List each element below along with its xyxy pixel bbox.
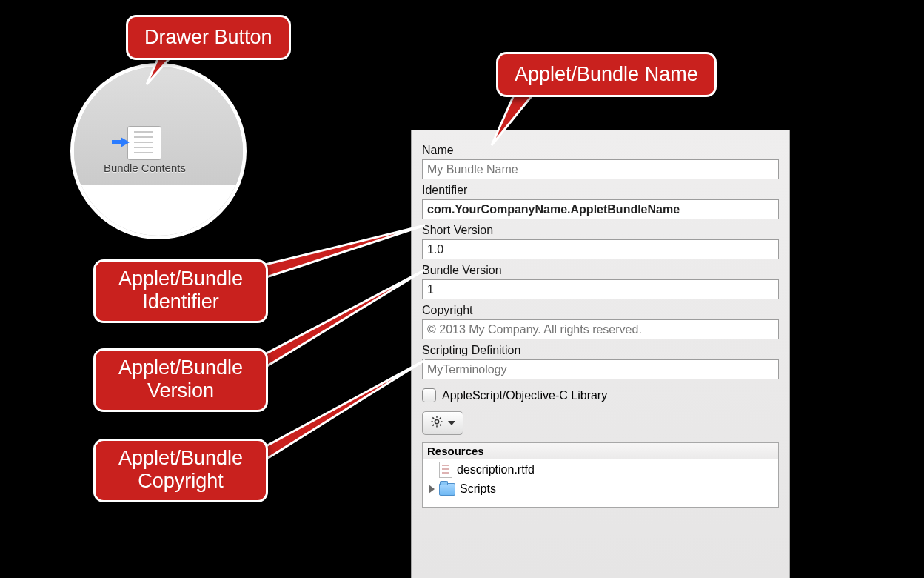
- callout-version: Applet/Bundle Version: [93, 348, 268, 412]
- bundle-version-label: Bundle Version: [422, 264, 779, 277]
- callout-text: Applet/Bundle Copyright: [118, 447, 243, 492]
- sdef-field[interactable]: [422, 359, 779, 379]
- callout-text: Applet/Bundle Identifier: [118, 268, 243, 313]
- callout-drawer: Drawer Button: [126, 15, 291, 60]
- folder-icon: [439, 483, 455, 496]
- file-icon: [439, 462, 452, 478]
- name-field[interactable]: [422, 159, 779, 179]
- bundle-contents-label: Bundle Contents: [104, 162, 186, 174]
- tree-item-label: description.rtfd: [457, 463, 535, 476]
- name-label: Name: [422, 144, 779, 157]
- gear-icon: [430, 415, 443, 431]
- svg-marker-13: [262, 360, 425, 462]
- asoc-library-label: AppleScript/Objective-C Library: [442, 389, 607, 402]
- sdef-label: Scripting Definition: [422, 344, 779, 357]
- callout-text: Applet/Bundle Name: [515, 63, 698, 85]
- svg-point-0: [435, 419, 438, 423]
- svg-line-6: [440, 425, 441, 426]
- tree-row-description[interactable]: description.rtfd: [423, 459, 778, 480]
- chevron-down-icon: [448, 421, 455, 425]
- identifier-field[interactable]: [422, 199, 779, 219]
- drawer-icon: [127, 126, 161, 160]
- tree-row-scripts[interactable]: Scripts: [423, 480, 778, 498]
- callout-name: Applet/Bundle Name: [496, 52, 717, 97]
- bundle-version-field[interactable]: [422, 279, 779, 299]
- callout-tail-icon: [259, 356, 429, 474]
- svg-line-8: [440, 417, 441, 419]
- resources-header: Resources: [423, 443, 778, 459]
- callout-copyright: Applet/Bundle Copyright: [93, 439, 268, 502]
- toolbar-content-bg: [74, 185, 243, 239]
- svg-line-7: [432, 425, 434, 426]
- resources-tree: Resources description.rtfd Scripts: [422, 442, 779, 508]
- short-version-label: Short Version: [422, 224, 779, 237]
- short-version-field[interactable]: [422, 239, 779, 259]
- tree-item-label: Scripts: [460, 482, 496, 496]
- copyright-field[interactable]: [422, 319, 779, 339]
- bundle-info-panel: Name Identifier Short Version Bundle Ver…: [411, 130, 790, 578]
- disclosure-triangle-icon[interactable]: [429, 485, 435, 494]
- identifier-label: Identifier: [422, 184, 779, 197]
- callout-identifier: Applet/Bundle Identifier: [93, 259, 268, 323]
- callout-text: Drawer Button: [144, 26, 272, 48]
- copyright-label: Copyright: [422, 304, 779, 317]
- bundle-contents-button[interactable]: Bundle Contents: [104, 126, 186, 174]
- svg-line-5: [432, 417, 434, 419]
- callout-text: Applet/Bundle Version: [118, 356, 243, 402]
- arrow-head: [121, 137, 130, 147]
- svg-marker-12: [262, 270, 425, 369]
